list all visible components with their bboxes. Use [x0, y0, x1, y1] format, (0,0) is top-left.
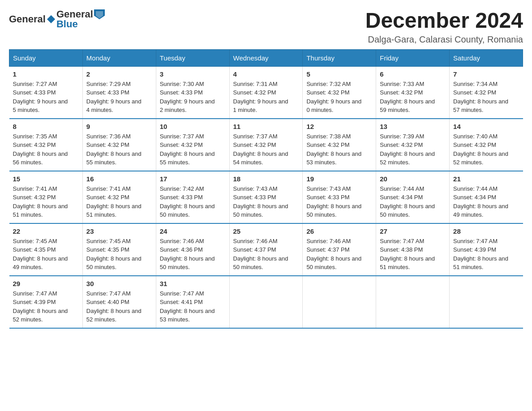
day-number: 30 — [86, 280, 152, 287]
logo: General General Blue — [9, 9, 105, 30]
day-number: 17 — [160, 175, 226, 183]
day-number: 2 — [86, 70, 152, 78]
table-row: 27 Sunrise: 7:47 AM Sunset: 4:38 PM Dayl… — [376, 223, 450, 276]
table-row: 5 Sunrise: 7:32 AM Sunset: 4:32 PM Dayli… — [303, 66, 376, 119]
day-number: 16 — [86, 175, 152, 183]
table-row: 16 Sunrise: 7:41 AM Sunset: 4:32 PM Dayl… — [82, 171, 156, 223]
month-title: December 2024 — [365, 9, 523, 33]
header-tuesday: Tuesday — [156, 49, 229, 66]
day-info: Sunrise: 7:46 AM Sunset: 4:36 PM Dayligh… — [160, 237, 226, 272]
day-number: 12 — [306, 123, 372, 130]
logo-blue-text: Blue — [56, 19, 105, 30]
day-number: 4 — [233, 70, 299, 78]
day-info: Sunrise: 7:45 AM Sunset: 4:35 PM Dayligh… — [13, 237, 79, 272]
day-number: 10 — [160, 123, 226, 130]
day-info: Sunrise: 7:34 AM Sunset: 4:32 PM Dayligh… — [453, 80, 519, 115]
day-number: 14 — [453, 123, 519, 130]
table-row: 2 Sunrise: 7:29 AM Sunset: 4:33 PM Dayli… — [82, 66, 156, 119]
day-info: Sunrise: 7:47 AM Sunset: 4:39 PM Dayligh… — [453, 237, 519, 272]
calendar-week-row: 1 Sunrise: 7:27 AM Sunset: 4:33 PM Dayli… — [9, 66, 523, 119]
table-row: 28 Sunrise: 7:47 AM Sunset: 4:39 PM Dayl… — [450, 223, 523, 276]
table-row: 3 Sunrise: 7:30 AM Sunset: 4:33 PM Dayli… — [156, 66, 229, 119]
day-info: Sunrise: 7:39 AM Sunset: 4:32 PM Dayligh… — [380, 132, 446, 167]
header-wednesday: Wednesday — [229, 49, 303, 66]
table-row: 13 Sunrise: 7:39 AM Sunset: 4:32 PM Dayl… — [376, 119, 450, 171]
day-info: Sunrise: 7:44 AM Sunset: 4:34 PM Dayligh… — [380, 184, 446, 219]
logo-flag-icon — [46, 14, 56, 24]
day-number: 9 — [86, 123, 152, 130]
day-number: 28 — [453, 227, 519, 235]
table-row — [229, 276, 303, 328]
calendar-week-row: 22 Sunrise: 7:45 AM Sunset: 4:35 PM Dayl… — [9, 223, 523, 276]
day-number: 19 — [306, 175, 372, 183]
header-thursday: Thursday — [303, 49, 376, 66]
header-monday: Monday — [82, 49, 156, 66]
day-number: 18 — [233, 175, 299, 183]
page-header: General General Blue December 2024 Dalga… — [9, 9, 523, 45]
header-friday: Friday — [376, 49, 450, 66]
day-info: Sunrise: 7:47 AM Sunset: 4:41 PM Dayligh… — [160, 289, 226, 324]
day-number: 7 — [453, 70, 519, 78]
table-row: 17 Sunrise: 7:42 AM Sunset: 4:33 PM Dayl… — [156, 171, 229, 223]
day-number: 29 — [13, 280, 79, 287]
table-row: 7 Sunrise: 7:34 AM Sunset: 4:32 PM Dayli… — [450, 66, 523, 119]
day-number: 26 — [306, 227, 372, 235]
table-row: 18 Sunrise: 7:43 AM Sunset: 4:33 PM Dayl… — [229, 171, 303, 223]
day-number: 20 — [380, 175, 446, 183]
day-number: 11 — [233, 123, 299, 130]
table-row: 19 Sunrise: 7:43 AM Sunset: 4:33 PM Dayl… — [303, 171, 376, 223]
day-info: Sunrise: 7:46 AM Sunset: 4:37 PM Dayligh… — [306, 237, 372, 272]
table-row: 4 Sunrise: 7:31 AM Sunset: 4:32 PM Dayli… — [229, 66, 303, 119]
table-row: 10 Sunrise: 7:37 AM Sunset: 4:32 PM Dayl… — [156, 119, 229, 171]
table-row: 30 Sunrise: 7:47 AM Sunset: 4:40 PM Dayl… — [82, 276, 156, 328]
table-row: 31 Sunrise: 7:47 AM Sunset: 4:41 PM Dayl… — [156, 276, 229, 328]
day-info: Sunrise: 7:30 AM Sunset: 4:33 PM Dayligh… — [160, 80, 226, 115]
day-info: Sunrise: 7:44 AM Sunset: 4:34 PM Dayligh… — [453, 184, 519, 219]
table-row: 15 Sunrise: 7:41 AM Sunset: 4:32 PM Dayl… — [9, 171, 83, 223]
day-info: Sunrise: 7:41 AM Sunset: 4:32 PM Dayligh… — [86, 184, 152, 219]
day-number: 5 — [306, 70, 372, 78]
table-row: 23 Sunrise: 7:45 AM Sunset: 4:35 PM Dayl… — [82, 223, 156, 276]
day-info: Sunrise: 7:47 AM Sunset: 4:38 PM Dayligh… — [380, 237, 446, 272]
calendar-week-row: 8 Sunrise: 7:35 AM Sunset: 4:32 PM Dayli… — [9, 119, 523, 171]
day-number: 15 — [13, 175, 79, 183]
table-row — [303, 276, 376, 328]
day-info: Sunrise: 7:45 AM Sunset: 4:35 PM Dayligh… — [86, 237, 152, 272]
day-number: 24 — [160, 227, 226, 235]
table-row: 11 Sunrise: 7:37 AM Sunset: 4:32 PM Dayl… — [229, 119, 303, 171]
day-number: 1 — [13, 70, 79, 78]
day-info: Sunrise: 7:35 AM Sunset: 4:32 PM Dayligh… — [13, 132, 79, 167]
day-number: 25 — [233, 227, 299, 235]
day-info: Sunrise: 7:40 AM Sunset: 4:32 PM Dayligh… — [453, 132, 519, 167]
day-info: Sunrise: 7:43 AM Sunset: 4:33 PM Dayligh… — [233, 184, 299, 219]
day-info: Sunrise: 7:46 AM Sunset: 4:37 PM Dayligh… — [233, 237, 299, 272]
table-row: 20 Sunrise: 7:44 AM Sunset: 4:34 PM Dayl… — [376, 171, 450, 223]
day-number: 27 — [380, 227, 446, 235]
day-number: 3 — [160, 70, 226, 78]
calendar-week-row: 15 Sunrise: 7:41 AM Sunset: 4:32 PM Dayl… — [9, 171, 523, 223]
day-info: Sunrise: 7:31 AM Sunset: 4:32 PM Dayligh… — [233, 80, 299, 115]
day-info: Sunrise: 7:43 AM Sunset: 4:33 PM Dayligh… — [306, 184, 372, 219]
table-row: 29 Sunrise: 7:47 AM Sunset: 4:39 PM Dayl… — [9, 276, 83, 328]
table-row: 24 Sunrise: 7:46 AM Sunset: 4:36 PM Dayl… — [156, 223, 229, 276]
calendar-table: Sunday Monday Tuesday Wednesday Thursday… — [9, 49, 523, 329]
day-info: Sunrise: 7:32 AM Sunset: 4:32 PM Dayligh… — [306, 80, 372, 115]
table-row: 22 Sunrise: 7:45 AM Sunset: 4:35 PM Dayl… — [9, 223, 83, 276]
day-number: 31 — [160, 280, 226, 287]
table-row: 1 Sunrise: 7:27 AM Sunset: 4:33 PM Dayli… — [9, 66, 83, 119]
table-row: 12 Sunrise: 7:38 AM Sunset: 4:32 PM Dayl… — [303, 119, 376, 171]
day-number: 21 — [453, 175, 519, 183]
day-info: Sunrise: 7:33 AM Sunset: 4:32 PM Dayligh… — [380, 80, 446, 115]
day-info: Sunrise: 7:29 AM Sunset: 4:33 PM Dayligh… — [86, 80, 152, 115]
calendar-header-row: Sunday Monday Tuesday Wednesday Thursday… — [9, 49, 523, 66]
day-info: Sunrise: 7:27 AM Sunset: 4:33 PM Dayligh… — [13, 80, 79, 115]
table-row: 21 Sunrise: 7:44 AM Sunset: 4:34 PM Dayl… — [450, 171, 523, 223]
day-info: Sunrise: 7:42 AM Sunset: 4:33 PM Dayligh… — [160, 184, 226, 219]
day-number: 6 — [380, 70, 446, 78]
table-row: 6 Sunrise: 7:33 AM Sunset: 4:32 PM Dayli… — [376, 66, 450, 119]
logo-arrow-icon — [94, 9, 105, 19]
table-row — [376, 276, 450, 328]
day-number: 22 — [13, 227, 79, 235]
location-text: Dalga-Gara, Calarasi County, Romania — [365, 34, 523, 45]
table-row: 26 Sunrise: 7:46 AM Sunset: 4:37 PM Dayl… — [303, 223, 376, 276]
